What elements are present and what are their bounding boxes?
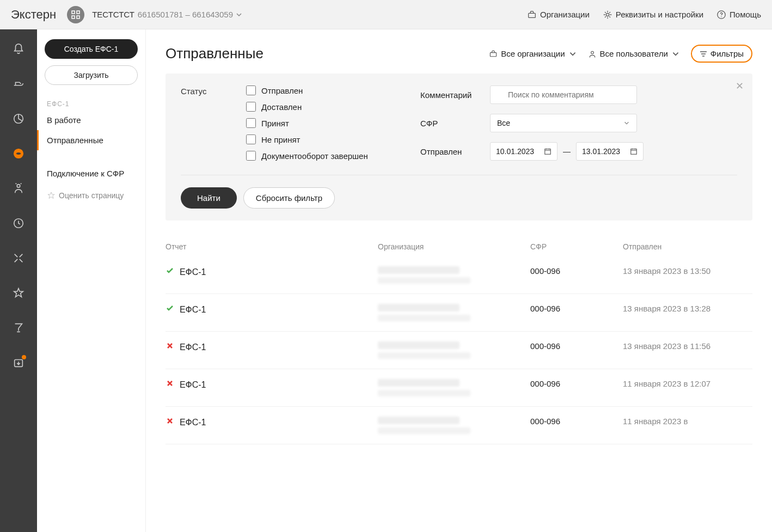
reset-filter-button[interactable]: Сбросить фильтр <box>243 187 335 209</box>
sfr-code: 000-096 <box>530 417 623 434</box>
rate-page-link[interactable]: Оценить страницу <box>37 184 145 207</box>
svg-rect-1 <box>77 11 79 14</box>
calendar-icon <box>630 148 638 155</box>
iconbar-glass[interactable] <box>9 318 28 338</box>
briefcase-icon <box>489 50 498 58</box>
iconbar-star[interactable] <box>9 283 28 303</box>
status-option-completed[interactable]: Документооборот завершен <box>246 151 368 161</box>
sfr-select[interactable]: Все <box>490 114 637 132</box>
report-name: ЕФС-1 <box>180 380 206 389</box>
create-efs-button[interactable]: Создать ЕФС-1 <box>45 39 138 59</box>
chevron-down-icon <box>568 50 577 58</box>
sidebar-item-sent[interactable]: Отправленные <box>37 130 145 150</box>
apps-switcher-button[interactable] <box>67 6 84 23</box>
sent-filter-label: Отправлен <box>420 147 490 156</box>
svg-rect-13 <box>491 52 497 56</box>
organizations-link[interactable]: Организации <box>527 10 590 20</box>
table-row[interactable]: ЕФС-1 000-096 11 января 2023 в <box>166 407 752 444</box>
iconbar-person[interactable] <box>9 179 28 198</box>
org-cell-redacted <box>378 266 530 284</box>
check-icon <box>166 304 177 313</box>
help-label: Помощь <box>730 10 761 19</box>
filter-icon <box>700 50 707 58</box>
table-row[interactable]: ЕФС-1 000-096 13 января 2023 в 13:28 <box>166 294 752 332</box>
org-cell-redacted <box>378 304 530 321</box>
rate-page-label: Оценить страницу <box>59 191 124 200</box>
sidebar: Создать ЕФС-1 Загрузить ЕФС-1 В работе О… <box>37 29 146 532</box>
sent-date: 11 января 2023 в 12:07 <box>623 379 752 396</box>
filter-panel: ✕ Статус Отправлен Доставлен Принят Не п… <box>166 74 752 221</box>
iconbar <box>0 29 37 532</box>
brand-logo: Экстерн <box>11 8 56 22</box>
current-org-id[interactable]: 6616501781 – 661643059 <box>138 10 233 19</box>
reports-table: Отчет Организация СФР Отправлен ЕФС-1 00… <box>166 237 752 444</box>
org-cell-redacted <box>378 379 530 396</box>
org-cell-redacted <box>378 417 530 434</box>
svg-rect-0 <box>72 11 75 14</box>
sfr-code: 000-096 <box>530 304 623 321</box>
settings-link[interactable]: Реквизиты и настройки <box>603 10 703 20</box>
chevron-down-icon[interactable] <box>235 11 243 19</box>
settings-label: Реквизиты и настройки <box>616 10 703 19</box>
grid-icon <box>71 10 80 19</box>
report-name: ЕФС-1 <box>180 305 206 314</box>
main-content: Отправленные Все организации Все пользов… <box>146 29 772 532</box>
iconbar-clock[interactable] <box>9 213 28 233</box>
date-to-input[interactable]: 13.01.2023 <box>576 142 644 161</box>
chevron-down-icon <box>671 50 680 58</box>
iconbar-archive[interactable] <box>9 353 28 372</box>
svg-point-5 <box>606 13 609 16</box>
cross-icon <box>166 417 177 425</box>
gear-icon <box>603 10 612 20</box>
th-sfr: СФР <box>530 242 623 251</box>
sent-date: 11 января 2023 в <box>623 417 752 434</box>
status-filter-label: Статус <box>181 85 246 161</box>
table-row[interactable]: ЕФС-1 000-096 13 января 2023 в 13:50 <box>166 256 752 294</box>
iconbar-bell[interactable] <box>9 39 28 59</box>
table-row[interactable]: ЕФС-1 000-096 11 января 2023 в 12:07 <box>166 369 752 407</box>
table-header: Отчет Организация СФР Отправлен <box>166 237 752 256</box>
svg-rect-2 <box>72 16 75 19</box>
table-row[interactable]: ЕФС-1 000-096 13 января 2023 в 11:56 <box>166 332 752 369</box>
sfr-filter-label: СФР <box>420 119 490 128</box>
all-orgs-dropdown[interactable]: Все организации <box>489 49 577 58</box>
calendar-icon <box>544 148 552 155</box>
cross-icon <box>166 341 177 350</box>
organizations-label: Организации <box>540 10 590 19</box>
status-option-sent[interactable]: Отправлен <box>246 85 368 95</box>
sidebar-group-label: ЕФС-1 <box>37 96 145 110</box>
topbar: Экстерн ТЕСТСТСТ 6616501781 – 661643059 … <box>0 0 772 29</box>
sfr-code: 000-096 <box>530 266 623 284</box>
sidebar-connect-sfr[interactable]: Подключение к СФР <box>37 163 145 184</box>
iconbar-tools[interactable] <box>9 248 28 268</box>
status-option-accepted[interactable]: Принят <box>246 118 368 128</box>
th-sent: Отправлен <box>623 242 752 251</box>
help-link[interactable]: Помощь <box>716 10 761 20</box>
close-filter-panel[interactable]: ✕ <box>736 81 744 91</box>
apply-filter-button[interactable]: Найти <box>181 187 237 209</box>
sent-date: 13 января 2023 в 11:56 <box>623 341 752 359</box>
all-users-dropdown[interactable]: Все пользователи <box>588 49 680 58</box>
sidebar-item-inwork[interactable]: В работе <box>37 110 145 130</box>
comment-search-input[interactable] <box>490 85 637 104</box>
help-icon <box>716 10 726 20</box>
filters-toggle[interactable]: Фильтры <box>691 45 752 63</box>
status-option-rejected[interactable]: Не принят <box>246 134 368 144</box>
comment-filter-label: Комментарий <box>420 90 490 100</box>
date-from-input[interactable]: 10.01.2023 <box>490 142 557 161</box>
report-name: ЕФС-1 <box>180 418 206 427</box>
notification-dot <box>22 355 26 359</box>
current-org-name[interactable]: ТЕСТСТСТ <box>92 10 134 19</box>
svg-rect-3 <box>77 16 79 19</box>
iconbar-sled[interactable] <box>9 74 28 94</box>
sent-date: 13 января 2023 в 13:50 <box>623 266 752 284</box>
th-report: Отчет <box>166 242 378 251</box>
iconbar-sfr[interactable] <box>9 144 28 163</box>
status-option-delivered[interactable]: Доставлен <box>246 102 368 112</box>
iconbar-pie[interactable] <box>9 109 28 129</box>
page-title: Отправленные <box>166 45 264 62</box>
chevron-down-icon <box>623 120 630 126</box>
svg-point-10 <box>17 185 20 188</box>
svg-rect-16 <box>545 149 551 155</box>
upload-button[interactable]: Загрузить <box>45 65 138 85</box>
